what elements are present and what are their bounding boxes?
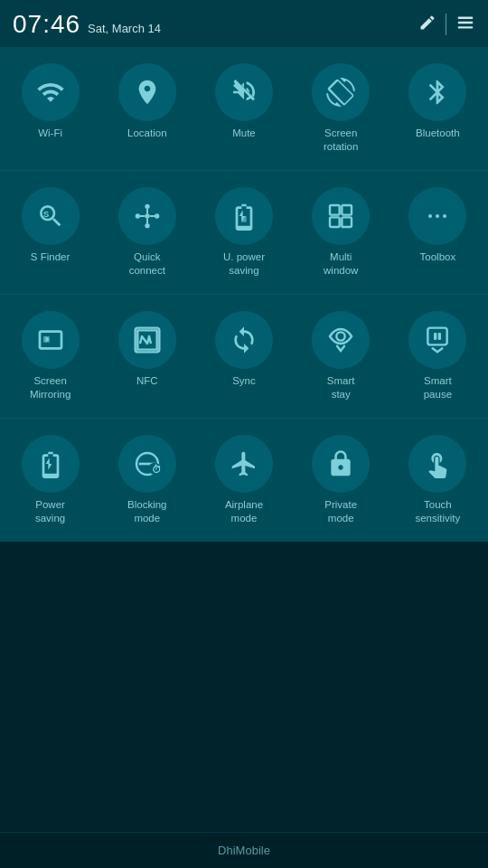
sync-icon [230, 326, 258, 354]
screen-rotation-icon [326, 78, 355, 107]
mute-label: Mute [232, 127, 256, 152]
power-saving-icon [36, 449, 65, 478]
screen-rotation-label: Screen rotation [324, 127, 358, 154]
svg-point-4 [145, 213, 149, 218]
bottom-area [0, 542, 488, 833]
multi-window-item[interactable]: Multi window [295, 182, 388, 283]
menu-icon[interactable] [455, 13, 475, 37]
screen-mirroring-item[interactable]: Screen Mirroring [4, 306, 97, 407]
svg-text:S: S [43, 210, 49, 219]
screen-mirroring-label: Screen Mirroring [30, 374, 70, 401]
svg-rect-22 [434, 333, 436, 340]
row-4: Power saving ⏱ Blocking mode Airplane mo… [0, 419, 488, 542]
nfc-icon-circle [118, 311, 176, 369]
svg-rect-0 [458, 16, 474, 18]
nfc-item[interactable]: NFC [100, 306, 193, 407]
status-divider [446, 14, 446, 35]
private-mode-icon [326, 449, 355, 478]
toolbox-icon [423, 202, 452, 231]
multi-window-icon-circle [312, 187, 370, 245]
multi-window-label: Multi window [324, 250, 358, 278]
bluetooth-icon [423, 78, 452, 107]
power-saving-item[interactable]: Power saving [4, 429, 97, 531]
private-mode-icon-circle [312, 435, 370, 493]
screen-mirroring-icon [36, 326, 65, 354]
blocking-mode-item[interactable]: ⏱ Blocking mode [100, 429, 193, 531]
airplane-mode-icon [230, 449, 258, 478]
blocking-mode-icon: ⏱ [133, 449, 162, 478]
mute-icon [230, 78, 258, 107]
smart-stay-label: Smart stay [327, 374, 355, 401]
svg-rect-13 [330, 205, 340, 215]
mute-icon-circle [215, 63, 273, 121]
footer-label: DhiMobile [218, 844, 270, 857]
blocking-mode-icon-circle: ⏱ [118, 435, 176, 493]
mute-item[interactable]: Mute [197, 58, 290, 159]
location-item[interactable]: Location [100, 58, 193, 159]
power-saving-icon-circle [22, 435, 80, 493]
toolbox-icon-circle [408, 187, 466, 245]
blocking-mode-label: Blocking mode [127, 498, 166, 525]
smart-pause-item[interactable]: Smart pause [391, 306, 484, 407]
u-power-saving-label: U. power saving [223, 250, 265, 278]
screen-rotation-icon-circle [312, 63, 370, 121]
svg-point-18 [436, 214, 439, 218]
svg-point-20 [337, 332, 345, 340]
quick-connect-item[interactable]: Quick connect [100, 182, 193, 283]
airplane-mode-label: Airplane mode [225, 498, 263, 525]
svg-point-5 [145, 204, 149, 209]
private-mode-item[interactable]: Private mode [295, 429, 388, 531]
u-power-saving-icon-circle [215, 187, 273, 245]
wifi-icon-circle [22, 63, 80, 121]
svg-point-17 [428, 214, 432, 218]
svg-point-8 [155, 213, 159, 218]
s-finder-icon: S [36, 202, 65, 231]
svg-point-6 [145, 223, 149, 228]
clock: 07:46 [13, 10, 80, 39]
sync-icon-circle [215, 311, 273, 369]
smart-stay-icon [326, 326, 355, 354]
nfc-icon [133, 326, 162, 354]
smart-pause-icon [423, 326, 452, 354]
quick-connect-icon [133, 202, 162, 231]
wifi-label: Wi-Fi [38, 127, 62, 152]
row-3: Screen Mirroring NFC Sync Smart stay [0, 295, 488, 419]
s-finder-label: S Finder [31, 250, 70, 276]
svg-rect-2 [458, 26, 474, 28]
u-power-saving-item[interactable]: U. power saving [197, 182, 290, 283]
edit-icon [418, 14, 436, 36]
location-icon-circle [118, 63, 176, 121]
bluetooth-icon-circle [408, 63, 466, 121]
sync-item[interactable]: Sync [197, 306, 290, 407]
airplane-mode-item[interactable]: Airplane mode [197, 429, 290, 531]
status-bar: 07:46 Sat, March 14 [0, 0, 488, 47]
svg-rect-14 [343, 205, 352, 215]
touch-sensitivity-icon-circle [408, 435, 466, 493]
wifi-item[interactable]: Wi-Fi [4, 58, 97, 159]
wifi-icon [36, 78, 65, 107]
svg-rect-1 [458, 21, 474, 23]
smart-stay-item[interactable]: Smart stay [295, 306, 388, 407]
row-2: S S Finder Quick connect [0, 171, 488, 295]
nfc-label: NFC [136, 374, 158, 400]
smart-pause-icon-circle [408, 311, 466, 369]
footer: DhiMobile [0, 832, 488, 868]
row-1: Wi-Fi Location Mute Screen rotation [0, 47, 488, 171]
quick-connect-icon-circle [118, 187, 176, 245]
location-icon [133, 78, 162, 107]
toolbox-label: Toolbox [420, 250, 456, 276]
touch-sensitivity-label: Touch sensitivity [415, 498, 460, 525]
location-label: Location [127, 127, 166, 152]
s-finder-item[interactable]: S S Finder [4, 182, 97, 283]
svg-point-7 [135, 213, 139, 218]
svg-rect-23 [438, 333, 441, 340]
svg-rect-15 [330, 217, 340, 227]
touch-sensitivity-item[interactable]: Touch sensitivity [391, 429, 484, 531]
power-saving-label: Power saving [35, 498, 65, 525]
multi-window-icon [326, 202, 355, 231]
screen-rotation-item[interactable]: Screen rotation [295, 58, 388, 159]
touch-sensitivity-icon [423, 449, 452, 478]
svg-rect-21 [428, 327, 447, 344]
toolbox-item[interactable]: Toolbox [391, 182, 484, 283]
bluetooth-item[interactable]: Bluetooth [391, 58, 484, 159]
